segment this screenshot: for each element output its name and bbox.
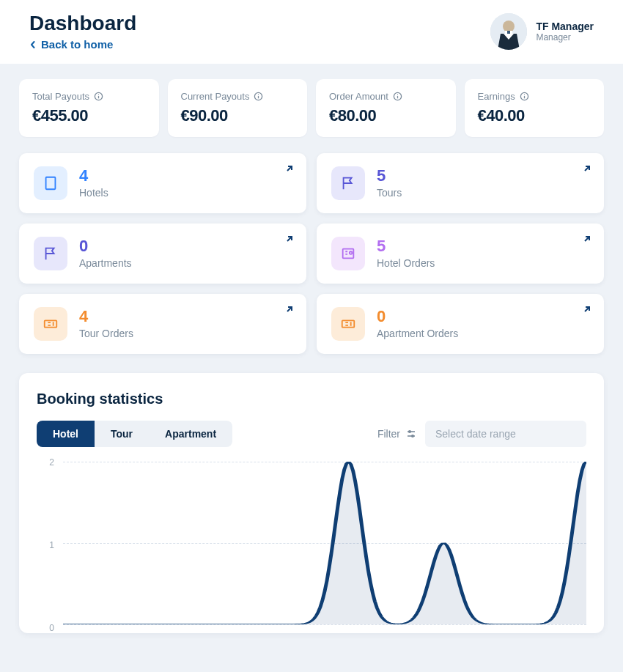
svg-point-9 xyxy=(258,95,259,95)
svg-point-30 xyxy=(412,435,414,437)
counter-label: Tour Orders xyxy=(79,328,133,339)
open-arrow-icon[interactable] xyxy=(284,163,295,177)
chart-tabs: Hotel Tour Apartment xyxy=(37,421,232,447)
filter-button[interactable]: Filter xyxy=(377,428,416,440)
receipt-icon xyxy=(331,237,365,270)
svg-point-12 xyxy=(397,95,398,95)
user-meta: TF Manager Manager xyxy=(536,21,594,43)
stat-label-text: Total Payouts xyxy=(32,91,89,102)
svg-point-1 xyxy=(503,21,515,32)
counter-label: Apartments xyxy=(79,257,132,269)
svg-rect-26 xyxy=(342,320,355,327)
stat-card-order-amount: Order Amount €80.00 xyxy=(316,79,456,137)
counter-text: 5 Tours xyxy=(377,168,402,199)
stat-label: Total Payouts xyxy=(32,91,146,102)
stat-row: Total Payouts €455.00 Current Payouts €9… xyxy=(19,79,604,137)
tab-tour[interactable]: Tour xyxy=(95,421,149,447)
svg-rect-16 xyxy=(46,177,56,190)
stat-label-text: Order Amount xyxy=(329,91,388,102)
info-icon[interactable] xyxy=(94,92,103,101)
open-arrow-icon[interactable] xyxy=(284,234,295,247)
counter-value: 0 xyxy=(79,238,132,254)
counter-text: 0 Apartment Orders xyxy=(377,309,458,339)
user-role: Manager xyxy=(536,32,594,43)
open-arrow-icon[interactable] xyxy=(284,304,295,317)
open-arrow-icon[interactable] xyxy=(582,304,592,317)
svg-point-29 xyxy=(409,431,411,433)
counter-card-apartments[interactable]: 0 Apartments xyxy=(19,224,306,284)
counter-card-tour-orders[interactable]: 4 Tour Orders xyxy=(19,294,306,354)
back-to-home-link[interactable]: Back to home xyxy=(29,38,136,51)
open-arrow-icon[interactable] xyxy=(582,163,592,177)
stat-label-text: Current Payouts xyxy=(181,91,250,102)
user-name: TF Manager xyxy=(536,21,594,32)
sliders-icon xyxy=(406,429,416,439)
counter-label: Hotel Orders xyxy=(377,257,435,269)
svg-point-24 xyxy=(350,251,353,254)
counter-value: 5 xyxy=(377,238,435,254)
counter-card-hotel-orders[interactable]: 5 Hotel Orders xyxy=(317,224,604,284)
counter-card-tours[interactable]: 5 Tours xyxy=(317,153,604,213)
chart-svg xyxy=(63,462,586,624)
stat-label: Order Amount xyxy=(329,91,443,102)
counter-value: 4 xyxy=(79,309,133,325)
counter-text: 0 Apartments xyxy=(79,238,132,269)
tab-hotel[interactable]: Hotel xyxy=(37,421,95,447)
chart-controls-right: Filter xyxy=(377,421,586,447)
stat-value: €455.00 xyxy=(32,106,146,125)
counter-value: 0 xyxy=(377,309,458,325)
content: Total Payouts €455.00 Current Payouts €9… xyxy=(0,64,623,648)
stat-value: €80.00 xyxy=(329,106,443,125)
counter-label: Tours xyxy=(377,187,402,199)
flag-icon xyxy=(331,166,365,200)
svg-rect-25 xyxy=(45,320,57,327)
stat-value: €90.00 xyxy=(181,106,295,125)
title-block: Dashboard Back to home xyxy=(29,12,136,51)
stat-card-total-payouts: Total Payouts €455.00 xyxy=(19,79,159,137)
counter-card-hotels[interactable]: 4 Hotels xyxy=(19,153,306,213)
building-icon xyxy=(34,166,67,200)
filter-label-text: Filter xyxy=(377,428,400,440)
open-arrow-icon[interactable] xyxy=(582,234,592,247)
counter-label: Apartment Orders xyxy=(377,328,458,339)
svg-point-15 xyxy=(524,95,525,95)
stat-label: Earnings xyxy=(478,91,591,102)
top-bar: Dashboard Back to home TF Manager Manage… xyxy=(0,0,623,64)
ticket-icon xyxy=(331,307,365,341)
info-icon[interactable] xyxy=(393,92,402,101)
chevron-left-icon xyxy=(29,41,37,48)
page-title: Dashboard xyxy=(29,12,136,35)
tab-apartment[interactable]: Apartment xyxy=(149,421,232,447)
counter-text: 4 Tour Orders xyxy=(79,309,133,339)
counter-label: Hotels xyxy=(79,187,108,199)
stat-card-current-payouts: Current Payouts €90.00 xyxy=(168,79,308,137)
flag-icon xyxy=(34,237,67,270)
user-block[interactable]: TF Manager Manager xyxy=(490,13,594,50)
date-range-input[interactable] xyxy=(425,421,586,447)
ticket-icon xyxy=(34,307,67,341)
y-tick: 2 xyxy=(37,457,54,468)
y-tick: 1 xyxy=(37,540,54,550)
counters-grid: 4 Hotels 5 Tours 0 Apartments xyxy=(19,153,604,354)
chart-area: 2 1 0 xyxy=(37,457,586,633)
stat-value: €40.00 xyxy=(478,106,591,125)
y-tick: 0 xyxy=(37,623,54,633)
chart-card: Booking statistics Hotel Tour Apartment … xyxy=(19,373,604,633)
counter-value: 5 xyxy=(377,168,402,184)
chart-title: Booking statistics xyxy=(37,391,586,407)
counter-text: 5 Hotel Orders xyxy=(377,238,435,269)
info-icon[interactable] xyxy=(520,92,529,101)
counter-text: 4 Hotels xyxy=(79,168,108,199)
plot xyxy=(63,462,586,624)
avatar xyxy=(490,13,527,50)
info-icon[interactable] xyxy=(254,92,263,101)
chart-controls: Hotel Tour Apartment Filter xyxy=(37,421,586,447)
stat-label-text: Earnings xyxy=(478,91,515,102)
avatar-image xyxy=(490,13,527,50)
counter-value: 4 xyxy=(79,168,108,184)
back-link-label: Back to home xyxy=(41,38,113,51)
stat-card-earnings: Earnings €40.00 xyxy=(465,79,605,137)
stat-label: Current Payouts xyxy=(181,91,295,102)
svg-point-6 xyxy=(98,95,99,95)
counter-card-apartment-orders[interactable]: 0 Apartment Orders xyxy=(317,294,604,354)
